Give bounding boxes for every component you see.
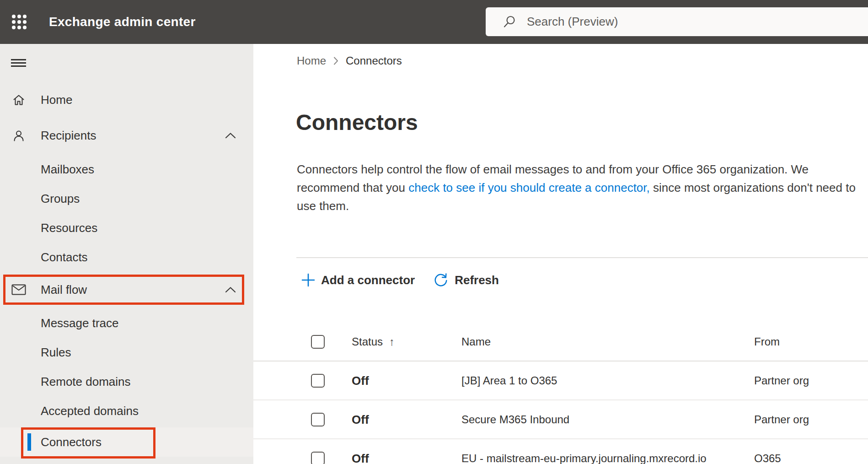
sidebar-item-label: Connectors	[41, 435, 102, 449]
table-header: Status ↑ Name From	[253, 323, 868, 361]
search-input[interactable]: Search (Preview)	[486, 7, 868, 36]
sidebar-item-contacts[interactable]: Contacts	[0, 243, 253, 272]
column-header-status[interactable]: Status ↑	[352, 335, 395, 348]
sidebar-item-label: Resources	[41, 221, 97, 235]
person-icon	[11, 129, 27, 142]
envelope-icon	[11, 284, 27, 295]
cell-status: Off	[352, 373, 369, 388]
topbar: Exchange admin center Search (Preview)	[0, 0, 868, 44]
row-checkbox[interactable]	[311, 413, 325, 426]
sidebar-item-message-trace[interactable]: Message trace	[0, 308, 253, 338]
sidebar-item-label: Mail flow	[41, 283, 87, 297]
cell-status: Off	[352, 412, 369, 426]
refresh-label: Refresh	[455, 273, 499, 287]
sidebar-item-groups[interactable]: Groups	[0, 184, 253, 213]
section-divider	[296, 257, 868, 258]
chevron-up-icon[interactable]	[225, 132, 236, 139]
create-connector-link[interactable]: check to see if you should create a conn…	[408, 181, 650, 194]
sidebar-item-resources[interactable]: Resources	[0, 213, 253, 243]
selected-indicator	[27, 433, 31, 451]
refresh-button[interactable]: Refresh	[433, 272, 499, 288]
sidebar-item-label: Recipients	[41, 129, 96, 143]
sidebar-item-rules[interactable]: Rules	[0, 338, 253, 367]
search-placeholder: Search (Preview)	[527, 15, 618, 29]
page-description: Connectors help control the flow of emai…	[297, 160, 859, 215]
sidebar-item-label: Accepted domains	[41, 404, 139, 418]
sidebar-item-remote-domains[interactable]: Remote domains	[0, 367, 253, 396]
table-row[interactable]: Off EU - mailstream-eu-primary.journalin…	[253, 439, 868, 464]
sidebar-item-mailboxes[interactable]: Mailboxes	[0, 155, 253, 184]
cell-name[interactable]: [JB] Area 1 to O365	[461, 374, 557, 387]
sidebar-item-label: Contacts	[41, 250, 88, 264]
sidebar-item-label: Mailboxes	[41, 162, 94, 177]
chevron-up-icon[interactable]	[225, 286, 236, 293]
page-title: Connectors	[296, 111, 418, 135]
sidebar-item-accepted-domains[interactable]: Accepted domains	[0, 396, 253, 426]
cell-status: Off	[352, 451, 369, 464]
sidebar-item-recipients[interactable]: Recipients	[0, 121, 253, 150]
sidebar-item-connectors[interactable]: Connectors	[0, 427, 253, 457]
cell-name[interactable]: EU - mailstream-eu-primary.journaling.mx…	[461, 452, 707, 464]
row-checkbox[interactable]	[311, 452, 325, 464]
breadcrumb-home-link[interactable]: Home	[297, 54, 326, 67]
app-title: Exchange admin center	[49, 0, 196, 44]
chevron-right-icon	[333, 56, 339, 66]
column-header-name[interactable]: Name	[461, 335, 491, 348]
sidebar-item-home[interactable]: Home	[0, 85, 253, 114]
sort-ascending-icon: ↑	[389, 335, 395, 348]
plus-icon	[301, 273, 315, 287]
refresh-icon	[433, 272, 449, 288]
cell-from: O365	[754, 452, 781, 464]
breadcrumb-current: Connectors	[346, 54, 402, 67]
add-connector-button[interactable]: Add a connector	[301, 273, 415, 287]
column-header-status-label: Status	[352, 335, 383, 348]
sidebar-item-label: Groups	[41, 192, 80, 206]
column-header-from[interactable]: From	[754, 335, 780, 348]
sidebar-item-label: Remote domains	[41, 375, 131, 389]
hamburger-menu-button[interactable]	[10, 56, 28, 70]
cell-from: Partner org	[754, 413, 809, 426]
home-icon	[11, 93, 27, 106]
app-launcher-button[interactable]	[7, 10, 31, 34]
sidebar-item-label: Home	[41, 93, 72, 107]
sidebar: Home Recipients Mailboxes Groups Reso	[0, 44, 253, 464]
table-row[interactable]: Off Secure M365 Inbound Partner org	[253, 400, 868, 439]
row-checkbox[interactable]	[311, 374, 325, 388]
exchange-admin-center-window: Exchange admin center Search (Preview) H…	[0, 0, 868, 464]
breadcrumb: Home Connectors	[297, 54, 402, 68]
sidebar-item-mail-flow[interactable]: Mail flow	[0, 275, 253, 304]
sidebar-item-label: Message trace	[41, 316, 119, 330]
table-row[interactable]: Off [JB] Area 1 to O365 Partner org	[253, 361, 868, 400]
main-content: Home Connectors Connectors Connectors he…	[253, 44, 868, 464]
waffle-icon	[11, 14, 27, 30]
search-icon	[503, 15, 517, 29]
select-all-checkbox[interactable]	[311, 335, 325, 349]
add-connector-label: Add a connector	[321, 273, 415, 287]
cell-from: Partner org	[754, 374, 809, 387]
cell-name[interactable]: Secure M365 Inbound	[461, 413, 569, 426]
sidebar-item-label: Rules	[41, 345, 71, 360]
toolbar: Add a connector Refresh	[301, 267, 499, 293]
